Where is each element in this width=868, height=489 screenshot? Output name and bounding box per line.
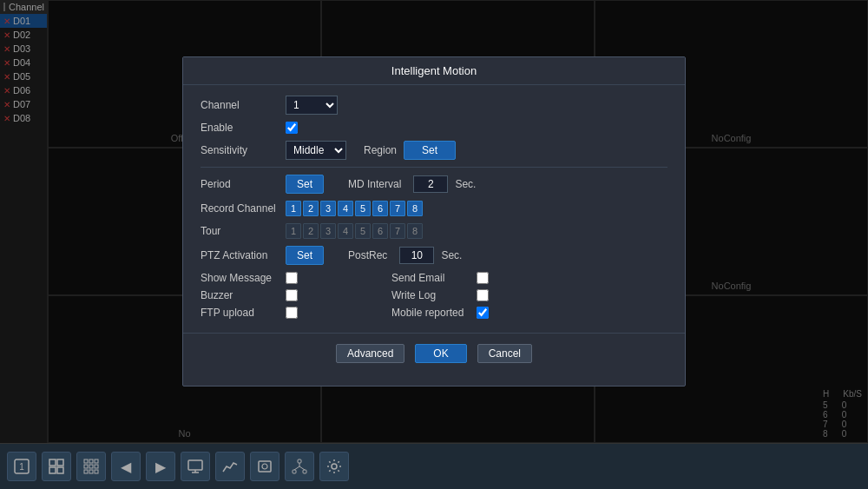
enable-label: Enable (201, 122, 279, 134)
tour-channel-buttons: 1 2 3 4 5 6 7 8 (286, 223, 423, 239)
svg-rect-8 (95, 459, 98, 463)
rec-ch-8[interactable]: 8 (407, 201, 423, 216)
channel-label: Channel (201, 99, 279, 111)
sensitivity-row: Sensitivity Low Middle High Region Set (201, 141, 667, 160)
mobile-reported-row: Mobile reported (391, 307, 489, 319)
rec-ch-6[interactable]: 6 (372, 201, 388, 216)
svg-point-26 (332, 464, 337, 469)
channel-row: Channel 1 2 (201, 96, 667, 115)
tour-label: Tour (201, 225, 279, 237)
sensitivity-select[interactable]: Low Middle High (286, 141, 346, 160)
svg-rect-5 (57, 467, 63, 473)
enable-row: Enable (201, 122, 667, 134)
svg-rect-10 (89, 465, 93, 468)
network-icon[interactable] (285, 452, 314, 481)
ok-button[interactable]: OK (415, 344, 466, 363)
forward-icon[interactable]: ▶ (146, 452, 175, 481)
rec-ch-7[interactable]: 7 (390, 201, 405, 216)
svg-rect-2 (49, 459, 56, 466)
rec-ch-3[interactable]: 3 (320, 201, 336, 216)
buzzer-checkbox[interactable] (286, 289, 298, 301)
tour-ch-2[interactable]: 2 (303, 223, 319, 239)
tour-ch-4[interactable]: 4 (338, 223, 353, 239)
rec-ch-1[interactable]: 1 (286, 201, 301, 216)
taskbar: 1 ◀ ▶ (0, 443, 868, 489)
post-rec-label: PostRec (348, 249, 387, 261)
show-message-checkbox[interactable] (286, 272, 298, 284)
svg-rect-12 (84, 470, 88, 473)
write-log-checkbox[interactable] (477, 289, 489, 301)
advanced-button[interactable]: Advanced (336, 344, 404, 363)
buzzer-row: Buzzer (201, 289, 391, 301)
checkboxes-section: Show Message Buzzer FTP upload Send Emai… (201, 272, 667, 319)
svg-text:1: 1 (19, 462, 24, 472)
svg-line-24 (294, 466, 299, 470)
svg-rect-14 (95, 470, 98, 473)
write-log-label: Write Log (391, 289, 470, 301)
md-interval-label: MD Interval (348, 178, 401, 190)
region-set-button[interactable]: Set (404, 141, 456, 160)
period-set-button[interactable]: Set (286, 175, 324, 194)
md-interval-input[interactable] (413, 175, 448, 193)
svg-rect-15 (188, 460, 202, 470)
svg-rect-6 (84, 459, 88, 463)
period-row: Period Set MD Interval Sec. (201, 175, 667, 194)
ftp-row: FTP upload (201, 307, 391, 319)
tour-ch-3[interactable]: 3 (320, 223, 336, 239)
ptz-set-button[interactable]: Set (286, 246, 324, 265)
svg-rect-21 (293, 470, 296, 473)
ptz-label: PTZ Activation (201, 249, 279, 261)
ftp-checkbox[interactable] (286, 307, 298, 319)
ptz-row: PTZ Activation Set PostRec Sec. (201, 246, 667, 265)
post-rec-sec-label: Sec. (441, 249, 462, 261)
tour-ch-1[interactable]: 1 (286, 223, 301, 239)
settings-icon[interactable] (319, 452, 349, 481)
svg-rect-20 (298, 459, 301, 463)
svg-rect-4 (49, 467, 56, 473)
chart-icon[interactable] (215, 452, 245, 481)
dialog-footer: Advanced OK Cancel (183, 333, 685, 373)
record-channel-label: Record Channel (201, 202, 279, 215)
svg-rect-3 (57, 459, 63, 466)
tour-ch-8[interactable]: 8 (407, 223, 423, 239)
tour-ch-7[interactable]: 7 (390, 223, 405, 239)
dialog-overlay: Intelligent Motion Channel 1 2 Enable Se… (0, 0, 868, 443)
tour-ch-6[interactable]: 6 (372, 223, 388, 239)
send-email-label: Send Email (391, 272, 470, 284)
record-channel-buttons: 1 2 3 4 5 6 7 8 (286, 201, 423, 216)
rec-ch-5[interactable]: 5 (355, 201, 371, 216)
intelligent-motion-dialog: Intelligent Motion Channel 1 2 Enable Se… (182, 56, 686, 387)
sensitivity-label: Sensitivity (201, 144, 279, 156)
record-channel-row: Record Channel 1 2 3 4 5 6 7 8 (201, 201, 667, 216)
md-sec-label: Sec. (455, 178, 476, 190)
tour-ch-5[interactable]: 5 (355, 223, 371, 239)
svg-rect-9 (84, 465, 88, 468)
show-message-row: Show Message (201, 272, 391, 284)
post-rec-input[interactable] (399, 247, 434, 264)
mobile-reported-label: Mobile reported (391, 307, 470, 319)
svg-rect-18 (259, 461, 271, 472)
svg-rect-11 (95, 465, 98, 468)
svg-line-25 (299, 466, 305, 470)
enable-checkbox[interactable] (286, 122, 298, 134)
nine-grid-icon[interactable] (76, 452, 106, 481)
svg-point-19 (262, 464, 267, 469)
buzzer-label: Buzzer (201, 289, 279, 301)
monitor-icon[interactable] (181, 452, 210, 481)
mobile-reported-checkbox[interactable] (477, 307, 489, 319)
four-grid-icon[interactable] (42, 452, 71, 481)
channel-select[interactable]: 1 2 (286, 96, 338, 115)
camera-icon[interactable]: 1 (7, 452, 36, 481)
rec-ch-2[interactable]: 2 (303, 201, 319, 216)
screenshot-icon[interactable] (250, 452, 279, 481)
svg-rect-7 (89, 459, 93, 463)
rec-ch-4[interactable]: 4 (338, 201, 353, 216)
cancel-button[interactable]: Cancel (477, 344, 532, 363)
svg-rect-13 (89, 470, 93, 473)
ftp-label: FTP upload (201, 307, 279, 319)
send-email-checkbox[interactable] (477, 272, 489, 284)
back-icon[interactable]: ◀ (111, 452, 141, 481)
show-message-label: Show Message (201, 272, 279, 284)
period-label: Period (201, 178, 279, 190)
svg-rect-22 (303, 470, 306, 473)
